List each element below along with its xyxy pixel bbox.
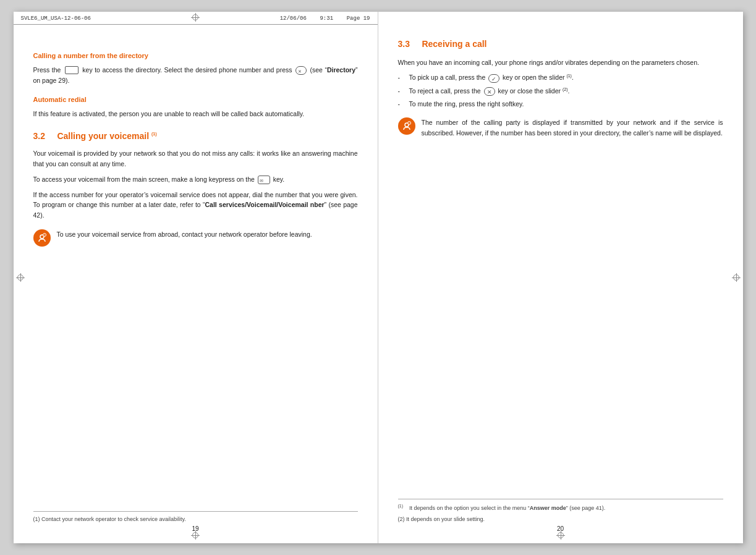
bullet-content-2: To reject a call, press the ✕ key or clo…	[409, 86, 723, 96]
svg-text:!: !	[44, 234, 45, 237]
voicemail-para2: To access your voicemail from the main s…	[33, 174, 358, 185]
subsection-title-redial: Automatic redial	[33, 95, 358, 105]
note-icon-voicemail: !	[33, 229, 51, 247]
bullet-item-2: - To reject a call, press the ✕ key or c…	[398, 86, 723, 96]
bullet-list-receiving: - To pick up a call, press the ✓ key or …	[398, 72, 723, 109]
bullet-item-1: - To pick up a call, press the ✓ key or …	[398, 72, 723, 82]
redial-para1: If this feature is activated, the person…	[33, 109, 358, 119]
note-icon-caller-svg: !	[401, 121, 412, 132]
bullet-content-3: To mute the ring, press the right softke…	[409, 99, 723, 109]
reg-mark-left-side	[16, 273, 25, 282]
note-box-caller: ! The number of the calling party is dis…	[398, 117, 723, 138]
book-spread: SVLE6_UM_USA-12-06-06 12/06/06 9:31 Page…	[14, 12, 743, 543]
receiving-intro: When you have an incoming call, your pho…	[398, 57, 723, 68]
voicemail-para1: Your voicemail is provided by your netwo…	[33, 148, 358, 169]
page-content-right: 3.3 Receiving a call When you have an in…	[378, 12, 743, 159]
footnote-area-left: (1) Contact your network operator to che…	[33, 511, 358, 524]
bullet-item-3: - To mute the ring, press the right soft…	[398, 99, 723, 109]
page-content-left: Calling a number from the directory Pres…	[14, 25, 378, 268]
footnote-left: (1) Contact your network operator to che…	[33, 515, 358, 524]
bullet-content-1: To pick up a call, press the ✓ key or op…	[409, 72, 723, 82]
note-icon-svg: !	[36, 232, 48, 244]
reg-mark-bottom-right	[556, 531, 565, 540]
subsection-title-directory: Calling a number from the directory	[33, 51, 358, 61]
note-icon-caller: !	[398, 117, 415, 135]
reg-mark-bottom-left	[191, 531, 200, 540]
directory-para1: Press the key to access the directory. S…	[33, 65, 358, 86]
svg-text:!: !	[409, 122, 409, 125]
note-box-voicemail: ! To use your voicemail service from abr…	[33, 229, 358, 247]
page-left: SVLE6_UM_USA-12-06-06 12/06/06 9:31 Page…	[14, 12, 378, 543]
section-32-title: 3.2 Calling your voicemail (1)	[33, 130, 358, 143]
directory-key-icon	[65, 66, 79, 74]
page-right: 3.3 Receiving a call When you have an in…	[378, 12, 743, 543]
note-text-caller: The number of the calling party is displ…	[422, 117, 723, 138]
bullet-dash-2: -	[398, 86, 404, 96]
header-file-info: SVLE6_UM_USA-12-06-06	[21, 15, 91, 22]
section-33-title: 3.3 Receiving a call	[398, 38, 723, 51]
note-text-voicemail: To use your voicemail service from abroa…	[57, 229, 312, 239]
footnote-right-2: (2) It depends on your slide setting.	[398, 515, 723, 524]
bullet-dash-1: -	[398, 72, 404, 82]
header-date-time: 12/06/06 9:31 Page 19	[280, 15, 370, 22]
bullet-dash-3: -	[398, 99, 404, 109]
reg-mark-top-left	[191, 13, 200, 22]
voicemail-para3: If the access number for your operator’s…	[33, 190, 358, 221]
footnote-area-right: (1) It depends on the option you select …	[398, 499, 723, 523]
footnote-right-1: (1) It depends on the option you select …	[398, 503, 723, 513]
reg-mark-right-side	[732, 273, 741, 282]
